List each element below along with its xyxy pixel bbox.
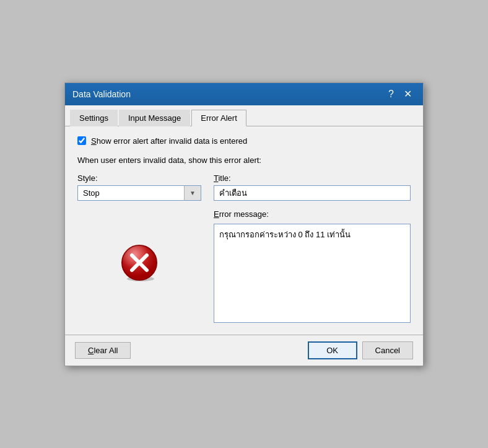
title-input[interactable]: [214, 185, 411, 201]
description-text: When user enters invalid data, show this…: [77, 156, 411, 165]
dialog-title: Data Validation: [72, 89, 131, 99]
show-error-alert-checkbox[interactable]: [77, 136, 86, 145]
title-bar-controls: ? ✕: [385, 88, 416, 100]
form-row: Style: Stop Warning Information ▼: [77, 173, 411, 325]
tab-bar: Settings Input Message Error Alert: [65, 105, 423, 126]
title-bar: Data Validation ? ✕: [65, 83, 423, 105]
style-label: Style:: [77, 173, 201, 183]
stop-error-icon: [120, 243, 159, 283]
footer-right-buttons: OK Cancel: [308, 341, 413, 359]
cancel-button[interactable]: Cancel: [362, 341, 413, 359]
dialog-footer: Clear All OK Cancel: [65, 335, 423, 366]
help-button[interactable]: ?: [385, 88, 398, 100]
style-select-wrapper: Stop Warning Information ▼: [77, 185, 201, 201]
dialog-content: Show error alert after invalid data is e…: [65, 126, 423, 335]
error-message-textarea[interactable]: กรุณากรอกค่าระหว่าง 0 ถึง 11 เท่านั้น: [214, 224, 411, 323]
form-right: Title: Error message: กรุณากรอกค่าระหว่า…: [214, 173, 411, 325]
show-error-alert-row: Show error alert after invalid data is e…: [77, 136, 411, 146]
error-message-label: Error message:: [214, 209, 411, 219]
data-validation-dialog: Data Validation ? ✕ Settings Input Messa…: [64, 82, 424, 366]
tab-input-message[interactable]: Input Message: [119, 110, 190, 126]
clear-all-button[interactable]: Clear All: [75, 342, 131, 359]
error-icon-area: [77, 207, 201, 318]
show-error-alert-label: Show error alert after invalid data is e…: [91, 136, 247, 146]
title-field-label: Title:: [214, 173, 411, 183]
close-button[interactable]: ✕: [400, 88, 416, 100]
tab-settings[interactable]: Settings: [70, 110, 118, 126]
ok-button[interactable]: OK: [308, 341, 357, 359]
form-left: Style: Stop Warning Information ▼: [77, 173, 201, 318]
style-select[interactable]: Stop Warning Information: [77, 185, 201, 201]
tab-error-alert[interactable]: Error Alert: [191, 110, 246, 126]
